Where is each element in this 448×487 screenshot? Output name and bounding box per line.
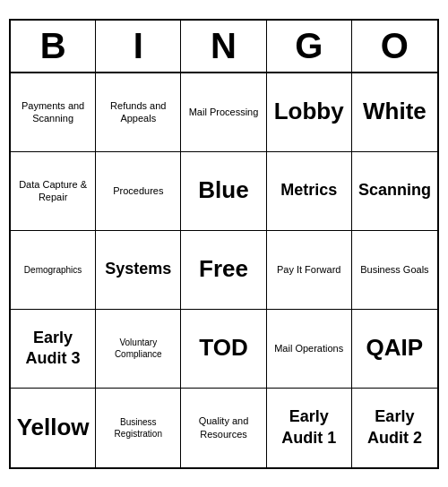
bingo-cell: Data Capture & Repair (11, 152, 96, 231)
bingo-cell: Early Audit 2 (352, 389, 437, 467)
bingo-card: BINGO Payments and ScanningRefunds and A… (9, 19, 439, 469)
bingo-cell: Pay It Forward (267, 231, 352, 310)
bingo-cell: White (352, 73, 437, 152)
header-letter: B (11, 21, 96, 72)
bingo-cell: Blue (181, 152, 266, 231)
header-letter: I (96, 21, 181, 72)
header-letter: N (181, 21, 266, 72)
bingo-cell: Demographics (11, 231, 96, 310)
bingo-cell: TOD (181, 310, 266, 389)
bingo-cell: Payments and Scanning (11, 73, 96, 152)
bingo-cell: Mail Operations (267, 310, 352, 389)
bingo-cell: Voluntary Compliance (96, 310, 181, 389)
header-letter: O (352, 21, 437, 72)
bingo-cell: Mail Processing (181, 73, 266, 152)
bingo-cell: Lobby (267, 73, 352, 152)
bingo-cell: Quality and Resources (181, 389, 266, 467)
bingo-cell: Business Registration (96, 389, 181, 467)
bingo-header: BINGO (11, 21, 437, 73)
bingo-cell: Early Audit 1 (267, 389, 352, 467)
bingo-cell: Free (181, 231, 266, 310)
bingo-cell: Refunds and Appeals (96, 73, 181, 152)
bingo-cell: Yellow (11, 389, 96, 467)
bingo-cell: Early Audit 3 (11, 310, 96, 389)
bingo-cell: Procedures (96, 152, 181, 231)
bingo-cell: Metrics (267, 152, 352, 231)
bingo-cell: Scanning (352, 152, 437, 231)
header-letter: G (267, 21, 352, 72)
bingo-cell: Business Goals (352, 231, 437, 310)
bingo-grid: Payments and ScanningRefunds and Appeals… (11, 73, 437, 467)
bingo-cell: QAIP (352, 310, 437, 389)
bingo-cell: Systems (96, 231, 181, 310)
